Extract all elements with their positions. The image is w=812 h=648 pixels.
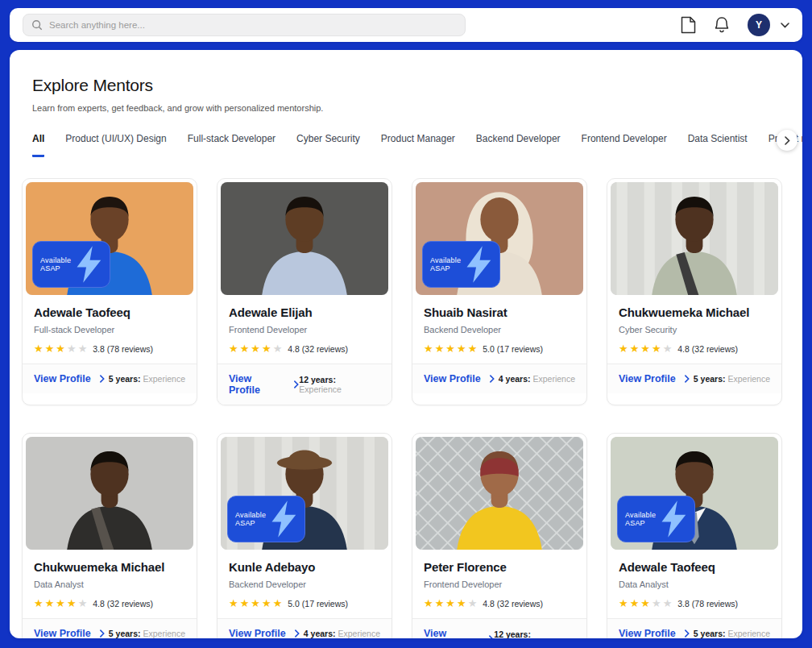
experience-years: 12 years: — [299, 375, 336, 384]
star-icon: ★ — [652, 598, 661, 609]
star-icon: ★ — [262, 343, 271, 354]
star-icon: ★ — [34, 598, 44, 609]
search-bar[interactable] — [23, 14, 466, 36]
tab-cyber-security[interactable]: Cyber Security — [296, 133, 360, 157]
experience-years: 4 years: — [304, 629, 336, 638]
mentor-role: Backend Developer — [424, 325, 575, 334]
mentor-role: Backend Developer — [229, 579, 380, 589]
tab-product-ui-ux-design[interactable]: Product (UI/UX) Design — [65, 133, 166, 157]
star-icon: ★ — [67, 343, 77, 354]
experience: 5 years: Experience — [109, 374, 185, 384]
rating-row: ★★★★★ 3.8 (78 reviews) — [619, 598, 770, 609]
document-button[interactable] — [681, 16, 696, 34]
mentor-photo-wrap: Available ASAP — [23, 434, 197, 550]
mentor-photo-wrap: Available ASAP — [412, 434, 586, 550]
availability-badge-label: Available ASAP — [235, 511, 266, 527]
view-profile-link[interactable]: View Profile — [34, 373, 105, 384]
rating-row: ★★★★★ 4.8 (32 reviews) — [619, 343, 770, 354]
view-profile-label: View Profile — [229, 628, 286, 638]
star-icon: ★ — [663, 343, 673, 354]
experience-label: Experience — [727, 374, 770, 384]
mentor-card: Available ASAP Shuaib Nasirat Backend De… — [412, 178, 587, 405]
page-title: Explore Mentors — [32, 76, 780, 95]
view-profile-link[interactable]: View Profile — [619, 373, 690, 384]
star-rating: ★★★★★ — [229, 598, 282, 609]
mentor-portrait — [26, 437, 193, 550]
tab-full-stack-developer[interactable]: Full-stack Developer — [188, 133, 276, 157]
tabs-scroll-right-button[interactable] — [777, 130, 798, 151]
view-profile-link[interactable]: View Profile — [424, 373, 495, 384]
search-input[interactable] — [49, 20, 457, 30]
rating-text: 3.8 (78 reviews) — [93, 344, 153, 354]
availability-badge-label: Available ASAP — [430, 256, 461, 272]
mentor-card: Available ASAP Peter Florence Frontend D… — [412, 433, 587, 638]
tab-backend-developer[interactable]: Backend Developer — [476, 133, 561, 157]
star-icon: ★ — [424, 343, 433, 354]
tab-all[interactable]: All — [32, 133, 44, 157]
view-profile-label: View Profile — [34, 373, 91, 384]
star-icon: ★ — [229, 598, 238, 609]
card-footer: View Profile 4 years: Experience — [412, 363, 586, 393]
bell-icon — [714, 16, 730, 34]
experience-label: Experience — [338, 629, 380, 638]
star-icon: ★ — [251, 343, 260, 354]
star-icon: ★ — [78, 598, 88, 609]
page-subtitle: Learn from experts, get feedback, and gr… — [32, 103, 780, 113]
mentor-name: Shuaib Nasirat — [424, 305, 575, 319]
mentor-role: Cyber Security — [619, 325, 770, 334]
chevron-right-icon — [785, 136, 790, 145]
category-tabs-wrap: AllProduct (UI/UX) DesignFull-stack Deve… — [10, 133, 802, 157]
tab-product-manager[interactable]: Product Manager — [381, 133, 455, 157]
star-icon: ★ — [652, 343, 661, 354]
star-rating: ★★★★★ — [619, 343, 672, 354]
experience-label: Experience — [299, 384, 342, 394]
mentor-info: Chukwuemeka Michael Cyber Security ★★★★★… — [607, 295, 781, 363]
view-profile-link[interactable]: View Profile — [34, 628, 105, 638]
experience-years: 12 years: — [494, 629, 531, 638]
experience: 12 years: Experience — [299, 375, 380, 394]
mentor-grid: Available ASAP Adewale Taofeeq Full-stac… — [10, 157, 802, 638]
mentor-info: Kunle Adebayo Backend Developer ★★★★★ 5.… — [218, 550, 392, 618]
star-icon: ★ — [56, 343, 65, 354]
mentor-card: Available ASAP Adewale Taofeeq Data Anal… — [607, 433, 782, 638]
view-profile-label: View Profile — [424, 628, 480, 638]
star-icon: ★ — [45, 343, 55, 354]
star-icon: ★ — [251, 598, 260, 609]
rating-text: 5.0 (17 reviews) — [483, 344, 543, 354]
tab-frontend-developer[interactable]: Frontend Developer — [582, 133, 667, 157]
experience: 5 years: Experience — [694, 374, 770, 384]
view-profile-label: View Profile — [619, 373, 676, 384]
mentor-name: Chukwuemeka Michael — [34, 560, 185, 574]
view-profile-link[interactable]: View Profile — [619, 628, 690, 638]
experience: 5 years: Experience — [694, 629, 770, 638]
view-profile-link[interactable]: View Profile — [424, 628, 494, 638]
main-content: Explore Mentors Learn from experts, get … — [10, 50, 802, 638]
experience-label: Experience — [532, 374, 575, 384]
mentor-name: Adewale Elijah — [229, 305, 380, 319]
experience-label: Experience — [143, 374, 185, 384]
card-footer: View Profile 12 years: Experience — [412, 618, 586, 638]
experience-label: Experience — [143, 629, 185, 638]
view-profile-link[interactable]: View Profile — [229, 373, 299, 396]
star-icon: ★ — [640, 598, 650, 609]
rating-row: ★★★★★ 4.8 (32 reviews) — [34, 598, 185, 609]
mentor-info: Peter Florence Frontend Developer ★★★★★ … — [412, 550, 586, 618]
rating-text: 4.8 (32 reviews) — [288, 344, 348, 354]
mentor-photo-wrap: Available ASAP — [218, 179, 392, 295]
experience-years: 5 years: — [694, 629, 726, 638]
mentor-name: Kunle Adebayo — [229, 560, 380, 574]
availability-badge: Available ASAP — [422, 241, 500, 288]
user-menu[interactable]: Y — [748, 14, 789, 36]
chevron-down-icon — [781, 23, 789, 28]
star-icon: ★ — [630, 598, 640, 609]
tab-data-scientist[interactable]: Data Scientist — [688, 133, 748, 157]
mentor-photo: Available ASAP — [221, 182, 388, 295]
availability-badge: Available ASAP — [227, 496, 305, 542]
chevron-right-icon — [100, 629, 105, 638]
mentor-photo: Available ASAP — [416, 437, 583, 550]
mentor-portrait — [611, 182, 778, 295]
rating-text: 4.8 (32 reviews) — [677, 344, 738, 354]
view-profile-link[interactable]: View Profile — [229, 628, 300, 638]
mentor-photo: Available ASAP — [221, 437, 388, 550]
notifications-button[interactable] — [714, 16, 730, 34]
